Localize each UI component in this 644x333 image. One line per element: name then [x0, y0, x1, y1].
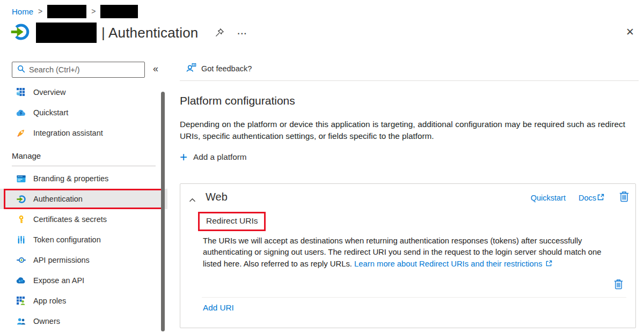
app-registration-icon: [11, 23, 30, 43]
chevron-up-icon[interactable]: [189, 195, 196, 205]
sidebar-item-label: Integration assistant: [33, 129, 103, 137]
sidebar-search: [12, 62, 145, 78]
sidebar-item-label: Owners: [33, 317, 60, 325]
breadcrumb: Home > >: [12, 4, 138, 18]
owners-people-icon: [16, 317, 26, 325]
docs-link[interactable]: Docs: [579, 194, 604, 202]
add-uri-link[interactable]: Add URI: [203, 303, 234, 313]
external-link-icon: [597, 194, 604, 202]
web-card-title: Web: [206, 191, 228, 203]
sidebar-item-app-roles[interactable]: App roles: [0, 291, 167, 311]
sidebar-divider: [12, 166, 156, 166]
rocket-icon: [16, 129, 26, 137]
sidebar-item-label: Certificates & secrets: [33, 215, 107, 224]
api-cloud-icon: [16, 277, 26, 284]
got-feedback-button[interactable]: Got feedback?: [186, 63, 252, 74]
sidebar-item-certificates-secrets[interactable]: Certificates & secrets: [0, 209, 167, 230]
sidebar-item-label: Token configuration: [33, 235, 101, 244]
sidebar-item-branding-properties[interactable]: Branding & properties: [0, 168, 167, 189]
sidebar-section-manage: Manage: [12, 151, 41, 160]
sidebar-item-quickstart[interactable]: Quickstart: [0, 102, 167, 123]
sidebar-item-integration-assistant[interactable]: Integration assistant: [0, 123, 167, 143]
quickstart-link[interactable]: Quickstart: [531, 194, 566, 202]
redacted-breadcrumb-item[interactable]: [100, 5, 138, 18]
pin-icon[interactable]: [215, 28, 224, 38]
annotation-box-authentication: [4, 189, 163, 209]
redirect-uris-description: The URIs we will accept as destinations …: [203, 235, 610, 270]
sidebar-item-label: Branding & properties: [33, 174, 108, 183]
sidebar-item-label: Overview: [33, 88, 65, 97]
collapse-sidebar-icon[interactable]: «: [153, 63, 158, 75]
page-header: | Authentication ...: [11, 21, 247, 44]
docs-link-label: Docs: [579, 194, 596, 202]
sidebar-item-token-configuration[interactable]: Token configuration: [0, 230, 167, 250]
breadcrumb-home-link[interactable]: Home: [12, 7, 33, 16]
sidebar-item-overview[interactable]: Overview: [0, 82, 167, 102]
search-input[interactable]: [29, 65, 140, 74]
sidebar-item-label: App roles: [33, 297, 66, 305]
learn-more-link[interactable]: Learn more about Redirect URIs and their…: [354, 260, 542, 268]
platform-configurations-title: Platform configurations: [180, 94, 295, 107]
quickstart-icon: [16, 109, 26, 116]
uri-row-divider: [202, 297, 626, 298]
sidebar-item-label: Authentication: [33, 195, 83, 203]
overview-icon: [16, 88, 26, 97]
annotation-box-redirect-uris: Redirect URIs: [198, 212, 266, 231]
add-a-platform-button[interactable]: + Add a platform: [180, 152, 247, 162]
sidebar-item-api-permissions[interactable]: API permissions: [0, 250, 167, 270]
sidebar-nav-manage: Branding & properties Authentication Cer…: [0, 168, 167, 331]
sidebar-item-owners[interactable]: Owners: [0, 311, 167, 331]
sidebar-item-label: API permissions: [33, 256, 90, 264]
redirect-uris-heading: Redirect URIs: [206, 216, 258, 225]
sidebar-item-label: Expose an API: [33, 276, 84, 285]
more-options-icon[interactable]: ...: [237, 28, 247, 38]
authentication-icon: [16, 195, 26, 204]
breadcrumb-separator: >: [38, 7, 42, 16]
sidebar-item-authentication[interactable]: Authentication: [0, 189, 167, 209]
breadcrumb-separator: >: [91, 7, 96, 16]
search-icon: [17, 65, 25, 75]
delete-platform-trash-icon[interactable]: [619, 190, 630, 205]
plus-icon: +: [180, 152, 187, 162]
sidebar-nav-top: Overview Quickstart Integration assistan…: [0, 82, 167, 143]
app-roles-icon: [16, 297, 26, 305]
add-a-platform-label: Add a platform: [193, 152, 246, 162]
sidebar-item-expose-an-api[interactable]: Expose an API: [0, 270, 167, 291]
external-link-icon: [543, 260, 552, 268]
sidebar-scrollbar[interactable]: [161, 92, 165, 331]
sliders-icon: [16, 235, 26, 244]
platform-configurations-description: Depending on the platform or device this…: [180, 119, 625, 142]
close-icon[interactable]: ✕: [626, 26, 634, 38]
page-title: | Authentication: [101, 25, 199, 41]
redacted-breadcrumb-item[interactable]: [47, 5, 86, 18]
key-icon: [16, 215, 26, 224]
redacted-app-name: [36, 23, 97, 43]
api-permissions-icon: [16, 257, 26, 263]
toolbar-divider: [180, 80, 639, 81]
feedback-person-icon: [186, 63, 196, 74]
web-card-links: Quickstart Docs: [531, 194, 604, 202]
sidebar-item-label: Quickstart: [33, 108, 68, 117]
browser-window-icon: [16, 175, 26, 183]
web-platform-card: Web Quickstart Docs: [180, 183, 636, 328]
got-feedback-label: Got feedback?: [201, 64, 252, 73]
delete-uri-trash-icon[interactable]: [613, 278, 624, 292]
